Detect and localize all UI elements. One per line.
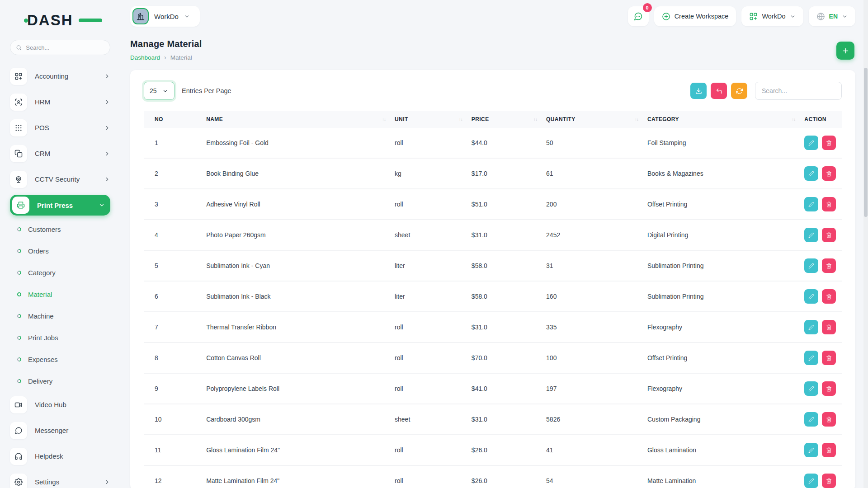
sort-arrows-icon[interactable]: ↑↓	[635, 117, 638, 122]
download-icon	[695, 88, 702, 94]
headphones-icon	[14, 452, 23, 460]
sidebar-item-customers[interactable]: Customers	[10, 218, 110, 240]
copy-icon	[14, 150, 23, 158]
cell-no: 1	[144, 128, 202, 158]
sidebar-search-input[interactable]	[26, 44, 104, 51]
column-label: ACTION	[804, 116, 826, 122]
table-row: 12Matte Lamination Film 24"roll$26.054Ma…	[144, 465, 842, 488]
sidebar-search[interactable]	[10, 40, 110, 55]
sidebar-item-crm[interactable]: CRM	[10, 141, 110, 166]
pencil-icon	[808, 478, 814, 484]
delete-button[interactable]	[822, 443, 836, 457]
edit-button[interactable]	[804, 320, 818, 334]
sidebar-item-accounting[interactable]: Accounting	[10, 63, 110, 89]
cell-name: Cardboard 300gsm	[202, 404, 390, 435]
export-button[interactable]	[690, 83, 707, 99]
sidebar: DASH Accounting HRM POS CRM CCTV Securit…	[0, 0, 118, 488]
breadcrumb-separator: ›	[164, 54, 166, 61]
delete-button[interactable]	[822, 197, 836, 211]
create-workspace-button[interactable]: Create Workspace	[654, 6, 736, 26]
edit-button[interactable]	[804, 351, 818, 365]
language-code: EN	[829, 13, 838, 20]
edit-button[interactable]	[804, 289, 818, 304]
page-scrollbar[interactable]	[863, 0, 868, 488]
delete-button[interactable]	[822, 351, 836, 365]
sidebar-item-category[interactable]: Category	[10, 262, 110, 283]
sidebar-item-orders[interactable]: Orders	[10, 240, 110, 262]
refresh-button[interactable]	[731, 83, 747, 99]
delete-button[interactable]	[822, 228, 836, 242]
cell-price: $44.0	[467, 128, 542, 158]
sidebar-item-messenger[interactable]: Messenger	[10, 418, 110, 443]
cell-actions	[800, 373, 842, 404]
delete-button[interactable]	[822, 381, 836, 396]
trash-icon	[826, 324, 832, 330]
edit-button[interactable]	[804, 258, 818, 273]
delete-button[interactable]	[822, 320, 836, 334]
sort-arrows-icon[interactable]: ↑↓	[533, 117, 537, 122]
cell-no: 7	[144, 312, 202, 343]
edit-button[interactable]	[804, 443, 818, 457]
delete-button[interactable]	[822, 289, 836, 304]
column-header-price[interactable]: PRICE↑↓	[467, 111, 542, 128]
sidebar-item-pos[interactable]: POS	[10, 115, 110, 141]
cell-price: $31.0	[467, 312, 542, 343]
sidebar-item-machine[interactable]: Machine	[10, 305, 110, 327]
edit-button[interactable]	[804, 197, 818, 211]
edit-button[interactable]	[804, 381, 818, 396]
edit-button[interactable]	[804, 474, 818, 488]
table-row: 10Cardboard 300gsmsheet$31.05826Custom P…	[144, 404, 842, 435]
column-label: QUANTITY	[546, 116, 576, 122]
app-logo[interactable]: DASH	[27, 12, 90, 28]
edit-button[interactable]	[804, 412, 818, 427]
scrollbar-thumb[interactable]	[864, 68, 868, 217]
table-row: 1Embossing Foil - Goldroll$44.050Foil St…	[144, 128, 842, 158]
cell-category: Offset Printing	[643, 189, 800, 220]
sidebar-item-label: Expenses	[28, 356, 58, 363]
language-selector[interactable]: EN	[809, 6, 855, 26]
sidebar-item-delivery[interactable]: Delivery	[10, 370, 110, 392]
messenger-button[interactable]: 0	[628, 6, 649, 26]
column-header-quantity[interactable]: QUANTITY↑↓	[542, 111, 643, 128]
cell-no: 4	[144, 220, 202, 250]
sidebar-item-settings[interactable]: Settings	[10, 469, 110, 488]
delete-button[interactable]	[822, 166, 836, 181]
delete-button[interactable]	[822, 474, 836, 488]
user-scan-icon	[14, 98, 23, 106]
sidebar-item-material[interactable]: Material	[10, 283, 110, 305]
column-header-unit[interactable]: UNIT↑↓	[390, 111, 467, 128]
sort-arrows-icon[interactable]: ↑↓	[382, 117, 386, 122]
sidebar-item-print-jobs[interactable]: Print Jobs	[10, 327, 110, 348]
topbar-actions: 0 Create Workspace WorkDo EN	[628, 6, 855, 26]
sidebar-item-hrm[interactable]: HRM	[10, 89, 110, 115]
dots-grid-icon-box	[10, 119, 27, 136]
breadcrumb-dashboard-link[interactable]: Dashboard	[130, 54, 160, 61]
app-dropdown[interactable]: WorkDo	[741, 6, 803, 26]
cell-actions	[800, 128, 842, 158]
column-header-category[interactable]: CATEGORY↑↓	[643, 111, 800, 128]
column-header-name[interactable]: NAME↑↓	[202, 111, 390, 128]
delete-button[interactable]	[822, 412, 836, 427]
sidebar-item-print-press[interactable]: Print Press	[10, 195, 110, 216]
delete-button[interactable]	[822, 136, 836, 150]
table-search-input[interactable]	[755, 82, 842, 100]
delete-button[interactable]	[822, 258, 836, 273]
sidebar-item-helpdesk[interactable]: Helpdesk	[10, 443, 110, 469]
edit-button[interactable]	[804, 136, 818, 150]
cell-unit: kg	[390, 158, 467, 189]
cell-actions	[800, 250, 842, 281]
edit-button[interactable]	[804, 166, 818, 181]
sidebar-item-cctv-security[interactable]: CCTV Security	[10, 166, 110, 192]
chevron-right-icon	[104, 125, 110, 131]
edit-button[interactable]	[804, 228, 818, 242]
add-material-button[interactable]	[836, 42, 854, 60]
chevron-down-icon	[99, 202, 105, 208]
undo-button[interactable]	[711, 83, 727, 99]
sidebar-item-expenses[interactable]: Expenses	[10, 348, 110, 370]
chevron-right-icon	[104, 125, 110, 131]
workspace-selector[interactable]: WorkDo	[130, 6, 200, 27]
sort-arrows-icon[interactable]: ↑↓	[459, 117, 462, 122]
sort-arrows-icon[interactable]: ↑↓	[792, 117, 795, 122]
entries-per-page-select[interactable]: 25	[144, 82, 175, 100]
sidebar-item-video-hub[interactable]: Video Hub	[10, 392, 110, 418]
